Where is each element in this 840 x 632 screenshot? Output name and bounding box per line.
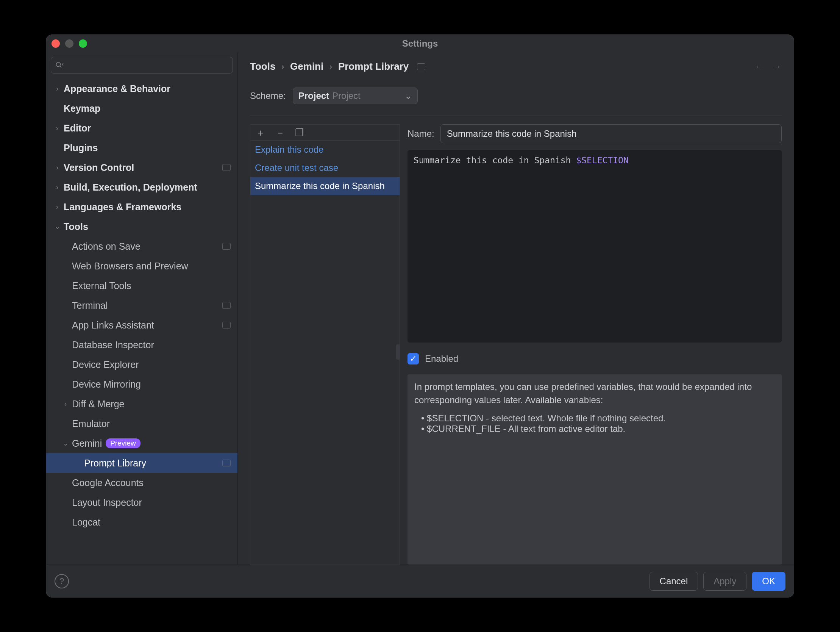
sidebar-item-label: Diff & Merge [72,399,124,410]
sidebar-item-external-tools[interactable]: External Tools [46,276,237,296]
sidebar-item-plugins[interactable]: Plugins [46,138,237,158]
name-input[interactable] [441,124,782,143]
sidebar-item-web-browsers-and-preview[interactable]: Web Browsers and Preview [46,256,237,276]
sidebar-item-emulator[interactable]: Emulator [46,414,237,434]
maximize-icon[interactable] [79,40,87,48]
sidebar-item-appearance-behavior[interactable]: ›Appearance & Behavior [46,79,237,98]
prompt-body-text: Summarize this code in Spanish [414,155,576,165]
sidebar-item-label: Emulator [72,418,110,429]
prompt-body-variable: $SELECTION [576,155,628,165]
sidebar-item-prompt-library[interactable]: Prompt Library [46,453,237,473]
resize-grip[interactable] [396,344,400,360]
sidebar-item-tools[interactable]: ⌄Tools [46,217,237,236]
chevron-right-icon: › [62,400,70,408]
breadcrumb-item[interactable]: Prompt Library [338,61,409,72]
project-scope-icon [222,322,231,328]
sidebar-item-label: Appearance & Behavior [64,83,171,94]
project-scope-icon [222,243,231,250]
sidebar-item-label: Layout Inspector [72,497,142,508]
remove-icon[interactable]: － [275,128,285,138]
sidebar-item-device-explorer[interactable]: Device Explorer [46,355,237,374]
chevron-right-icon: › [53,184,62,191]
cancel-button[interactable]: Cancel [649,572,698,591]
help-panel: In prompt templates, you can use predefi… [407,374,782,565]
sidebar-item-label: Device Explorer [72,359,139,370]
prompt-toolbar: ＋ － ❐ [250,125,399,141]
sidebar-item-device-mirroring[interactable]: Device Mirroring [46,374,237,394]
sidebar-item-label: Web Browsers and Preview [72,261,188,272]
sidebar-item-languages-frameworks[interactable]: ›Languages & Frameworks [46,197,237,217]
sidebar-item-label: Keymap [64,103,100,114]
sidebar-item-label: Logcat [72,517,100,528]
sidebar-item-app-links-assistant[interactable]: App Links Assistant [46,315,237,335]
sidebar-item-label: Editor [64,123,91,134]
main-panel: Tools › Gemini › Prompt Library ← → Sche… [238,52,794,565]
close-icon[interactable] [52,40,60,48]
sidebar-item-label: Database Inspector [72,339,154,350]
sidebar-item-label: Tools [64,221,88,232]
enabled-checkbox[interactable]: ✓ [407,353,419,364]
prompt-item[interactable]: Summarize this code in Spanish [250,177,399,195]
help-icon[interactable]: ? [55,574,69,588]
footer: ? Cancel Apply OK [46,565,794,597]
chevron-right-icon: › [53,203,62,211]
body: ›Appearance & BehaviorKeymap›EditorPlugi… [46,52,794,565]
sidebar-item-layout-inspector[interactable]: Layout Inspector [46,493,237,512]
prompt-body-editor[interactable]: Summarize this code in Spanish $SELECTIO… [407,150,782,342]
svg-line-1 [60,66,62,67]
ok-button[interactable]: OK [752,572,785,591]
sidebar-item-diff-merge[interactable]: ›Diff & Merge [46,394,237,414]
prompt-item[interactable]: Explain this code [250,141,399,159]
breadcrumb-item[interactable]: Gemini [290,61,324,72]
sidebar-item-label: Device Mirroring [72,379,141,390]
sidebar-item-keymap[interactable]: Keymap [46,98,237,118]
chevron-down-icon: ⌄ [62,439,70,447]
sidebar-item-actions-on-save[interactable]: Actions on Save [46,236,237,256]
scheme-row: Scheme: Project Project ⌄ [250,87,782,116]
scheme-dropdown[interactable]: Project Project ⌄ [293,87,418,104]
help-bullet: • $SELECTION - selected text. Whole file… [414,413,775,424]
search-input[interactable] [51,57,233,73]
add-icon[interactable]: ＋ [256,128,265,138]
breadcrumb-item[interactable]: Tools [250,61,275,72]
sidebar-item-gemini[interactable]: ⌄GeminiPreview [46,434,237,453]
chevron-right-icon: › [330,62,332,71]
sidebar-item-label: Plugins [64,143,98,154]
copy-icon[interactable]: ❐ [295,128,304,138]
sidebar-item-label: Prompt Library [84,458,146,469]
content-row: ＋ － ❐ Explain this codeCreate unit test … [250,124,782,565]
settings-window: Settings ›Appearance & BehaviorKeymap›Ed… [46,35,794,597]
scheme-label: Scheme: [250,90,286,101]
scheme-primary: Project [298,90,329,101]
preview-badge: Preview [106,439,141,448]
sidebar-item-label: Languages & Frameworks [64,201,182,212]
sidebar-item-google-accounts[interactable]: Google Accounts [46,473,237,493]
sidebar-item-label: Build, Execution, Deployment [64,182,197,193]
sidebar-item-label: Terminal [72,300,107,311]
titlebar: Settings [46,35,794,52]
sidebar-item-version-control[interactable]: ›Version Control [46,158,237,177]
sidebar-item-terminal[interactable]: Terminal [46,296,237,315]
chevron-down-icon: ⌄ [53,222,62,231]
breadcrumb: Tools › Gemini › Prompt Library ← → [250,61,782,72]
project-scope-icon [222,459,231,466]
help-intro: In prompt templates, you can use predefi… [414,380,775,407]
sidebar-item-logcat[interactable]: Logcat [46,512,237,532]
nav-back-icon[interactable]: ← [755,61,764,72]
prompt-item[interactable]: Create unit test case [250,159,399,177]
minimize-icon[interactable] [65,40,73,48]
prompt-list: Explain this codeCreate unit test caseSu… [250,141,399,564]
sidebar-item-database-inspector[interactable]: Database Inspector [46,335,237,355]
enabled-label: Enabled [425,353,458,364]
chevron-right-icon: › [53,124,62,132]
prompt-detail-panel: Name: Summarize this code in Spanish $SE… [407,124,782,565]
sidebar-item-label: Version Control [64,162,134,173]
sidebar-item-editor[interactable]: ›Editor [46,118,237,138]
prompt-list-panel: ＋ － ❐ Explain this codeCreate unit test … [250,124,400,565]
search-icon [56,62,65,68]
chevron-right-icon: › [53,164,62,172]
apply-button: Apply [703,572,747,591]
chevron-down-icon: ⌄ [404,90,412,101]
sidebar-item-build-execution-deployment[interactable]: ›Build, Execution, Deployment [46,177,237,197]
nav-forward-icon[interactable]: → [772,61,782,72]
